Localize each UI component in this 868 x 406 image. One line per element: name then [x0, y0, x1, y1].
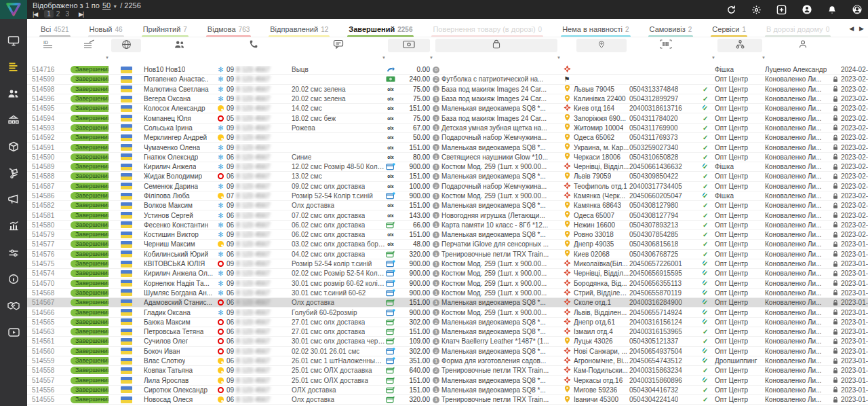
column-header-payment[interactable]: [388, 39, 430, 52]
order-row[interactable]: 514595 Завершений Колосок Александр 098 …: [27, 104, 868, 113]
nova-poshta-icon: [564, 347, 571, 354]
order-id: 514591: [27, 144, 71, 151]
order-row[interactable]: 514587 Завершений Семенюк Дарина ✻098 12…: [27, 182, 868, 191]
column-header-check[interactable]: [705, 39, 712, 52]
city: Іваничи 45300: [574, 396, 618, 403]
first-page-button[interactable]: |◀: [33, 11, 37, 18]
column-header-city[interactable]: [576, 39, 627, 52]
comment-text: ОЛХ доставка: [292, 386, 336, 394]
support-button[interactable]: [852, 4, 863, 15]
order-amount: 320.00: [396, 396, 430, 403]
order-row[interactable]: 514556 Завершений Сиротюк Олександр 098 …: [27, 386, 868, 395]
tabs-scroll-right-button[interactable]: ▶: [859, 25, 864, 32]
sidebar-item-marketing[interactable]: [0, 187, 27, 214]
sidebar-item-orders[interactable]: [0, 55, 27, 81]
column-header-delivery[interactable]: [563, 39, 571, 52]
box-icon: [8, 141, 19, 155]
order-row[interactable]: 514588 Завершений Жидак Володимир 068 12…: [27, 172, 868, 181]
tab-Повернення товару (в дорозі)[interactable]: Повернення товару (в дорозі)0: [431, 22, 543, 37]
order-row[interactable]: 514594 Завершений Компанец Юля 058 123 4…: [27, 113, 868, 123]
page-2-button[interactable]: 2: [54, 10, 63, 18]
order-row[interactable]: 514599 Завершений Потапенко Анастас.. ✻0…: [27, 75, 868, 84]
order-row[interactable]: 514586 Завершений Філіпова Люба 078 123 …: [27, 191, 868, 201]
add-order-button[interactable]: [776, 5, 787, 15]
order-row[interactable]: 514582 Завершений Волков Максим ✻098 123…: [27, 201, 868, 210]
order-row[interactable]: 514567 Завершений Адамовский Станис... 0…: [27, 298, 868, 308]
order-row[interactable]: 514576 Завершений Кобилинський Юрий ✻068…: [27, 250, 868, 259]
sidebar-item-info[interactable]: [0, 267, 27, 293]
order-row[interactable]: 514581 Завершений Устинов Сергей ✻068 12…: [27, 210, 868, 220]
tab-Нема в наявності[interactable]: Нема в наявності2: [561, 22, 630, 37]
order-row[interactable]: 514568 Завершений Шумляс Богдана Ан... ✻…: [27, 289, 868, 298]
order-row[interactable]: 514580 Завершений Фесенко Константин ✻06…: [27, 221, 868, 230]
order-row[interactable]: 514591 Завершений Чумаченко Олена ✻098 1…: [27, 143, 868, 152]
order-row[interactable]: 514593 Завершений Сольська Ірина ✻098 12…: [27, 124, 868, 133]
column-header-country[interactable]: [111, 39, 141, 52]
column-header-id[interactable]: ID: [30, 39, 68, 52]
page-1-button[interactable]: 1: [44, 10, 54, 18]
column-header-comment[interactable]: [294, 39, 382, 52]
order-row[interactable]: 514559 Завершений Влас Слотюу 068 123 45…: [27, 356, 868, 366]
order-row[interactable]: 514596 Завершений Вегера Оксана ✻098 123…: [27, 94, 868, 104]
tab-Відправлений[interactable]: Відправлений12: [269, 22, 330, 37]
phone-cell: 098 123 4567: [216, 386, 292, 394]
order-row[interactable]: 514558 Завершений Ковпак Татьяна 098 123…: [27, 366, 868, 375]
tab-Прийнятий[interactable]: Прийнятий7: [142, 22, 189, 37]
order-row[interactable]: 514574 Завершений Кирилич Анжела Ол... ✻…: [27, 269, 868, 278]
column-header-status[interactable]: [73, 39, 106, 52]
column-header-tracking[interactable]: [632, 39, 700, 52]
sidebar-item-tutorials[interactable]: [0, 320, 27, 346]
column-header-client[interactable]: [146, 39, 213, 52]
settings-button[interactable]: [751, 5, 762, 15]
column-header-date[interactable]: [844, 39, 868, 52]
order-row[interactable]: 514579 Завершений Костишин Виктор ✻098 1…: [27, 230, 868, 240]
order-row[interactable]: 514563 Завершений Петровська Тетяна 068 …: [27, 327, 868, 337]
product-count-badge: 1: [433, 241, 439, 248]
order-row[interactable]: 514565 Завершений Баюка Максим 068 123 4…: [27, 318, 868, 327]
tab-Самовивіз[interactable]: Самовивіз2: [648, 22, 694, 37]
refresh-button[interactable]: [726, 5, 736, 15]
tab-Завершений[interactable]: Завершений2256: [347, 22, 414, 37]
sidebar-item-dashboard[interactable]: [0, 29, 27, 55]
page-size-dropdown[interactable]: 50 ▼: [102, 1, 117, 10]
last-page-button[interactable]: ▶|: [79, 11, 83, 18]
order-row[interactable]: 514577 Завершений Черниш Максим 098 123 …: [27, 240, 868, 249]
tracking-number: 20400316284900: [629, 299, 682, 306]
comment-text: 25.01 смс ОЛХ достаавка: [292, 367, 372, 374]
sidebar-item-integrations[interactable]: [0, 240, 27, 267]
order-row[interactable]: 514575 Завершений КВІТОВСЬКА ЮЛІЯ 098 12…: [27, 259, 868, 269]
tab-Новый[interactable]: Новый46: [88, 22, 124, 37]
order-row[interactable]: 514566 Завершений Гладик Оксана ✻098 123…: [27, 308, 868, 317]
order-row[interactable]: 514716 Завершений Нов10 Нов10 ✻098 123 4…: [27, 65, 868, 75]
order-row[interactable]: 514557 Завершений Лила Ярослав 098 123 4…: [27, 376, 868, 386]
order-row[interactable]: 514589 Завершений Кирилич Анжела ✻098 12…: [27, 162, 868, 172]
page-3-button[interactable]: 3: [62, 10, 72, 18]
tab-Всі[interactable]: Всі4521: [39, 22, 71, 37]
kyivstar-icon: ✻: [217, 231, 224, 238]
order-row[interactable]: 514590 Завершений Гнатюк Олексндр ✻068 1…: [27, 153, 868, 162]
tabs-scroll-left-button[interactable]: ◀: [849, 25, 854, 32]
column-header-phone[interactable]: [218, 39, 289, 52]
app-logo[interactable]: [0, 0, 27, 19]
order-row[interactable]: 514570 Завершений Корнелюк Надія Та... ✻…: [27, 279, 868, 289]
sidebar-item-clients[interactable]: [0, 81, 27, 108]
sidebar-item-purchases[interactable]: [0, 161, 27, 187]
product-name: Тренировочные петли TRX Train...: [441, 367, 549, 374]
tab-Сервіси[interactable]: Сервіси1: [711, 22, 747, 37]
order-row[interactable]: 514555 Завершений Новосад Олеся 068 123 …: [27, 395, 868, 405]
column-header-manager[interactable]: [768, 39, 838, 52]
column-header-source[interactable]: [717, 39, 762, 52]
tab-Відмова[interactable]: Відмова763: [206, 22, 251, 37]
sidebar-item-products[interactable]: [0, 134, 27, 161]
column-header-product[interactable]: [435, 39, 557, 52]
sidebar-item-structure[interactable]: [0, 108, 27, 134]
tab-В дорозі додому[interactable]: В дорозі додому0: [765, 22, 831, 37]
sidebar-item-statistics[interactable]: [0, 214, 27, 240]
profile-button[interactable]: [802, 4, 812, 15]
notifications-button[interactable]: [827, 5, 837, 15]
order-row[interactable]: 514560 Завершений Бокоч Иван 098 123 456…: [27, 347, 868, 356]
sidebar-item-partners[interactable]: [0, 293, 27, 320]
order-row[interactable]: 514598 Завершений Малютина Светлана ✻098…: [27, 85, 868, 94]
order-row[interactable]: 514561 Завершений Сучилов Олег 068 123 4…: [27, 337, 868, 346]
order-row[interactable]: 514592 Завершений Мерклингер Андрей 098 …: [27, 133, 868, 143]
